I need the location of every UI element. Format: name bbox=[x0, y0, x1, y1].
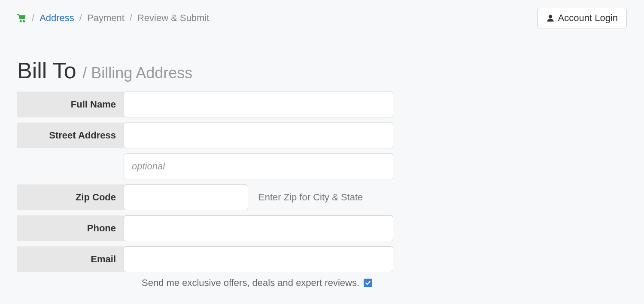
breadcrumb-separator: / bbox=[32, 12, 34, 24]
breadcrumb-separator: / bbox=[130, 12, 132, 24]
email-label: Email bbox=[17, 246, 124, 272]
breadcrumb-step-address[interactable]: Address bbox=[39, 12, 74, 24]
svg-point-2 bbox=[548, 15, 552, 18]
page-title-sub: / Billing Address bbox=[82, 64, 192, 82]
phone-label: Phone bbox=[17, 215, 124, 241]
breadcrumb-separator: / bbox=[79, 12, 82, 24]
breadcrumb-step-review[interactable]: Review & Submit bbox=[137, 12, 210, 24]
street-address-label: Street Address bbox=[17, 123, 124, 148]
user-icon bbox=[546, 14, 555, 22]
zip-hint: Enter Zip for City & State bbox=[258, 192, 363, 203]
breadcrumb-step-payment[interactable]: Payment bbox=[87, 12, 125, 24]
page-title: Bill To / Billing Address bbox=[17, 58, 627, 83]
phone-field[interactable] bbox=[124, 215, 393, 241]
email-field[interactable] bbox=[124, 246, 393, 272]
account-login-button[interactable]: Account Login bbox=[537, 8, 627, 28]
svg-point-1 bbox=[23, 21, 24, 22]
svg-point-0 bbox=[20, 21, 21, 22]
offers-label: Send me exclusive offers, deals and expe… bbox=[142, 277, 359, 289]
breadcrumb: / Address / Payment / Review & Submit bbox=[17, 12, 209, 24]
offers-checkbox[interactable] bbox=[364, 279, 372, 287]
page-title-main: Bill To bbox=[17, 58, 76, 83]
full-name-field[interactable] bbox=[124, 92, 393, 117]
zip-label: Zip Code bbox=[17, 184, 124, 210]
zip-field[interactable] bbox=[124, 184, 248, 210]
street-address2-spacer bbox=[17, 154, 124, 179]
full-name-label: Full Name bbox=[17, 92, 124, 117]
street-address-field[interactable] bbox=[124, 123, 393, 148]
account-login-label: Account Login bbox=[558, 12, 618, 24]
cart-icon[interactable] bbox=[17, 13, 27, 23]
street-address2-field[interactable] bbox=[124, 154, 393, 179]
